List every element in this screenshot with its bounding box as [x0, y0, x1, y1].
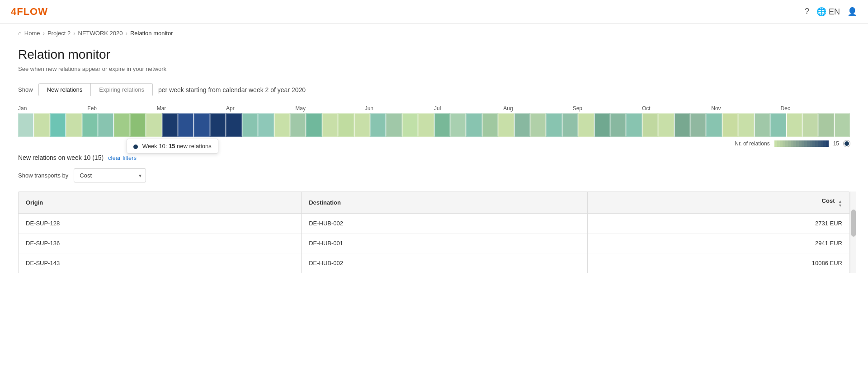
cell-destination: DE-HUB-002 [302, 253, 588, 273]
heatmap-cell-week-22[interactable] [354, 113, 370, 137]
clear-filters-link[interactable]: clear filters [108, 154, 137, 161]
heatmap-cell-week-45[interactable] [722, 113, 738, 137]
breadcrumb: ⌂ Home › Project 2 › NETWORK 2020 › Rela… [0, 23, 868, 43]
tab-new-relations[interactable]: New relations [39, 84, 91, 96]
home-icon: ⌂ [18, 30, 22, 37]
transport-label: Show transports by [18, 172, 68, 179]
relations-table: Origin Destination Cost ▲ ▼ DE-SUP [19, 192, 849, 273]
heatmap-cell-week-17[interactable] [274, 113, 290, 137]
month-label-may: May [295, 105, 364, 112]
heatmap-cell-week-26[interactable] [418, 113, 434, 137]
heatmap-cell-week-28[interactable] [450, 113, 466, 137]
heatmap-cell-week-47[interactable] [755, 113, 770, 137]
heatmap-cell-week-41[interactable] [658, 113, 674, 137]
col-header-destination: Destination [302, 192, 588, 214]
heatmap-cell-week-11[interactable] [178, 113, 193, 137]
heatmap-cell-week-7[interactable] [114, 113, 129, 137]
scrollbar-thumb[interactable] [851, 210, 856, 237]
transport-row: Show transports by Cost Volume Weight ▾ [18, 168, 850, 182]
breadcrumb-home[interactable]: Home [24, 30, 40, 37]
heatmap-cell-week-46[interactable] [738, 113, 754, 137]
toggle-group: New relations Expiring relations [38, 83, 153, 96]
breadcrumb-sep-1: › [43, 30, 45, 37]
show-suffix: per week starting from calendar week 2 o… [158, 86, 306, 93]
heatmap-cell-week-8[interactable] [130, 113, 146, 137]
heatmap-cell-week-10[interactable] [162, 113, 178, 137]
table-wrapper: Origin Destination Cost ▲ ▼ DE-SUP [18, 191, 850, 273]
month-label-dec: Dec [781, 105, 850, 112]
month-labels: JanFebMarAprMayJunJulAugSepOctNovDec [18, 105, 850, 112]
heatmap-cell-week-38[interactable] [610, 113, 626, 137]
heatmap-cell-week-52[interactable] [835, 113, 850, 137]
heatmap-cell-week-39[interactable] [626, 113, 642, 137]
heatmap-cell-week-43[interactable] [690, 113, 706, 137]
heatmap-cell-week-6[interactable] [98, 113, 113, 137]
heatmap-cell-week-33[interactable] [530, 113, 546, 137]
table-header-row: Origin Destination Cost ▲ ▼ [19, 192, 849, 214]
breadcrumb-project[interactable]: Project 2 [47, 30, 71, 37]
col-header-cost: Cost ▲ ▼ [587, 192, 849, 214]
heatmap-cell-week-51[interactable] [818, 113, 834, 137]
cell-origin: DE-SUP-128 [19, 214, 302, 233]
transport-select-wrapper: Cost Volume Weight ▾ [74, 168, 146, 182]
heatmap-cell-week-4[interactable] [66, 113, 81, 137]
cell-origin: DE-SUP-143 [19, 253, 302, 273]
page-title: Relation monitor [18, 47, 850, 62]
cell-cost: 2941 EUR [587, 233, 849, 253]
heatmap-cell-week-9[interactable] [146, 113, 161, 137]
heatmap-cell-week-25[interactable] [402, 113, 418, 137]
table-container: Origin Destination Cost ▲ ▼ DE-SUP [18, 191, 850, 273]
month-label-jul: Jul [434, 105, 503, 112]
heatmap-cell-week-2[interactable] [34, 113, 49, 137]
month-label-sep: Sep [573, 105, 642, 112]
table-scrollbar[interactable] [850, 191, 856, 273]
heatmap-cell-week-32[interactable] [514, 113, 530, 137]
heatmap-cell-week-16[interactable] [258, 113, 274, 137]
month-label-jun: Jun [365, 105, 434, 112]
heatmap-cell-week-35[interactable] [562, 113, 578, 137]
heatmap-cell-week-49[interactable] [787, 113, 802, 137]
heatmap-cell-week-37[interactable] [594, 113, 610, 137]
month-label-nov: Nov [711, 105, 780, 112]
heatmap-cell-week-42[interactable] [675, 113, 690, 137]
language-icon[interactable]: 🌐 EN [816, 7, 840, 17]
table-row: DE-SUP-136 DE-HUB-001 2941 EUR [19, 233, 849, 253]
heatmap-cell-week-15[interactable] [242, 113, 258, 137]
heatmap-cell-week-50[interactable] [802, 113, 818, 137]
breadcrumb-network[interactable]: NETWORK 2020 [78, 30, 123, 37]
scale-dot [844, 140, 850, 147]
heatmap-cell-week-31[interactable] [498, 113, 514, 137]
tab-expiring-relations[interactable]: Expiring relations [91, 84, 152, 96]
cell-cost: 10086 EUR [587, 253, 849, 273]
heatmap-cell-week-27[interactable] [434, 113, 450, 137]
transport-select[interactable]: Cost Volume Weight [74, 168, 146, 182]
show-row: Show New relations Expiring relations pe… [18, 83, 850, 96]
heatmap-cell-week-14[interactable] [226, 113, 241, 137]
heatmap-cell-week-21[interactable] [338, 113, 354, 137]
heatmap-cell-week-36[interactable] [578, 113, 594, 137]
heatmap-cell-week-44[interactable] [706, 113, 722, 137]
help-icon[interactable]: ? [805, 7, 809, 16]
heatmap-cell-week-19[interactable] [306, 113, 321, 137]
heatmap-cell-week-40[interactable] [642, 113, 658, 137]
heatmap-cell-week-48[interactable] [770, 113, 786, 137]
heatmap-cell-week-18[interactable] [290, 113, 306, 137]
heatmap-cell-week-23[interactable] [370, 113, 386, 137]
heatmap-cell-week-30[interactable] [482, 113, 498, 137]
chart-area: JanFebMarAprMayJunJulAugSepOctNovDec Wee… [18, 105, 850, 147]
heatmap-cell-week-29[interactable] [466, 113, 481, 137]
heatmap-cell-week-34[interactable] [546, 113, 561, 137]
heatmap-cell-week-20[interactable] [322, 113, 338, 137]
heatmap-cell-week-1[interactable] [18, 113, 33, 137]
heatmap-cell-week-12[interactable] [194, 113, 209, 137]
cost-sort-icons[interactable]: ▲ ▼ [838, 200, 842, 208]
breadcrumb-sep-2: › [73, 30, 75, 37]
table-row: DE-SUP-143 DE-HUB-002 10086 EUR [19, 253, 849, 273]
user-icon[interactable]: 👤 [847, 7, 857, 17]
app-header: 4FLOW ? 🌐 EN 👤 [0, 0, 868, 23]
page-content: Relation monitor See when new relations … [0, 43, 868, 291]
heatmap-cell-week-24[interactable] [386, 113, 401, 137]
heatmap-cell-week-3[interactable] [50, 113, 66, 137]
heatmap-cell-week-13[interactable] [210, 113, 226, 137]
heatmap-cell-week-5[interactable] [82, 113, 98, 137]
